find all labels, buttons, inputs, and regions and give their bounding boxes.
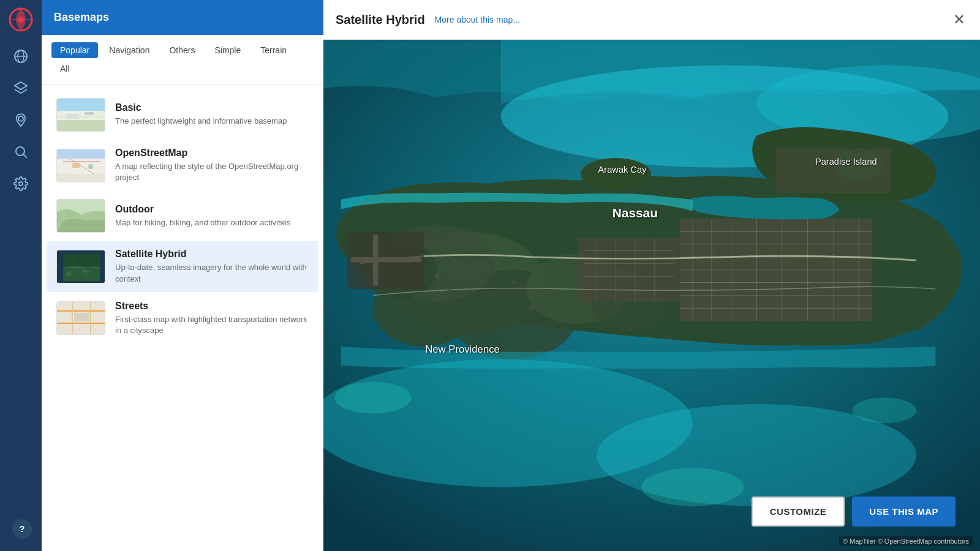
basemap-desc-osm: A map reflecting the style of the OpenSt… xyxy=(115,161,309,183)
preview-header: Satellite Hybrid More about this map... … xyxy=(323,0,980,40)
svg-point-85 xyxy=(853,398,916,424)
sidebar: ? xyxy=(0,0,42,551)
basemap-info-osm: OpenStreetMap A map reflecting the style… xyxy=(115,148,309,183)
svg-rect-74 xyxy=(373,234,378,286)
svg-text:Arawak Cay: Arawak Cay xyxy=(598,165,647,174)
svg-rect-37 xyxy=(74,313,89,321)
svg-point-88 xyxy=(447,287,452,291)
basemap-name-basic: Basic xyxy=(115,102,309,113)
svg-rect-18 xyxy=(57,174,105,182)
basemaps-tab-bar: Popular Navigation Others Simple Terrain… xyxy=(42,35,323,84)
svg-point-22 xyxy=(88,164,93,169)
tab-popular[interactable]: Popular xyxy=(51,42,98,58)
basemap-info-outdoor: Outdoor Map for hiking, biking, and othe… xyxy=(115,204,309,228)
app-logo[interactable] xyxy=(7,6,34,33)
map-attribution: © MapTiler © OpenStreetMap contributors xyxy=(839,536,973,546)
basemaps-list: Basic The perfect lightweight and inform… xyxy=(42,84,323,551)
basemap-thumb-osm xyxy=(56,149,105,182)
svg-point-7 xyxy=(16,147,24,156)
basemap-name-satellite: Satellite Hybrid xyxy=(115,249,309,260)
preview-title-area: Satellite Hybrid More about this map... xyxy=(336,13,520,27)
basemap-info-basic: Basic The perfect lightweight and inform… xyxy=(115,102,309,127)
customize-button[interactable]: CUSTOMIZE xyxy=(752,497,845,527)
sidebar-globe-icon[interactable] xyxy=(7,43,34,70)
basemaps-panel: Basemaps Popular Navigation Others Simpl… xyxy=(42,0,323,551)
map-preview: Nassau Arawak Cay Paradise Island New Pr… xyxy=(323,40,980,551)
preview-actions: CUSTOMIZE USE THIS MAP xyxy=(752,497,956,527)
svg-rect-14 xyxy=(66,114,78,119)
basemap-info-satellite: Satellite Hybrid Up-to-date, seamless im… xyxy=(115,249,309,284)
svg-rect-64 xyxy=(578,238,680,302)
basemap-item-basic[interactable]: Basic The perfect lightweight and inform… xyxy=(47,91,318,139)
svg-rect-73 xyxy=(350,257,421,262)
basemap-thumb-basic xyxy=(56,98,105,132)
basemap-info-streets: Streets First-class map with highlighted… xyxy=(115,301,309,336)
basemap-item-satellite[interactable]: Satellite Hybrid Up-to-date, seamless im… xyxy=(47,241,318,291)
basemap-thumb-satellite xyxy=(56,250,105,283)
svg-text:Nassau: Nassau xyxy=(612,206,658,220)
use-map-button[interactable]: USE THIS MAP xyxy=(852,497,956,527)
basemap-name-outdoor: Outdoor xyxy=(115,204,309,215)
preview-panel: Satellite Hybrid More about this map... … xyxy=(323,0,980,551)
basemaps-title: Basemaps xyxy=(54,11,109,23)
svg-point-84 xyxy=(334,381,411,413)
basemap-item-outdoor[interactable]: Outdoor Map for hiking, biking, and othe… xyxy=(47,192,318,240)
basemap-name-streets: Streets xyxy=(115,301,309,312)
svg-rect-15 xyxy=(85,112,94,115)
svg-text:New Providence: New Providence xyxy=(425,343,500,355)
svg-rect-28 xyxy=(66,272,71,276)
sidebar-pin-icon[interactable] xyxy=(7,107,34,133)
svg-point-86 xyxy=(641,468,744,506)
svg-point-9 xyxy=(19,182,23,186)
sidebar-layers-icon[interactable] xyxy=(7,75,34,102)
preview-title: Satellite Hybrid xyxy=(336,13,425,27)
basemap-name-osm: OpenStreetMap xyxy=(115,148,309,159)
sidebar-search-icon[interactable] xyxy=(7,138,34,165)
tab-others[interactable]: Others xyxy=(160,42,203,58)
basemap-item-osm[interactable]: OpenStreetMap A map reflecting the style… xyxy=(47,140,318,190)
svg-point-6 xyxy=(18,116,23,121)
svg-rect-12 xyxy=(57,120,105,132)
svg-marker-5 xyxy=(15,82,27,89)
preview-more-link[interactable]: More about this map... xyxy=(435,15,520,24)
basemap-thumb-outdoor xyxy=(56,199,105,233)
basemap-item-streets[interactable]: Streets First-class map with highlighted… xyxy=(47,293,318,343)
basemap-desc-streets: First-class map with highlighted transpo… xyxy=(115,314,309,336)
svg-rect-21 xyxy=(72,163,80,168)
svg-line-8 xyxy=(24,155,28,159)
satellite-map-svg: Nassau Arawak Cay Paradise Island New Pr… xyxy=(323,40,980,551)
sidebar-settings-icon[interactable] xyxy=(7,170,34,197)
basemap-desc-basic: The perfect lightweight and informative … xyxy=(115,116,309,127)
tab-navigation[interactable]: Navigation xyxy=(100,42,158,58)
svg-point-87 xyxy=(435,274,439,278)
tab-terrain[interactable]: Terrain xyxy=(252,42,295,58)
help-button[interactable]: ? xyxy=(12,519,32,539)
close-button[interactable]: ✕ xyxy=(951,10,968,29)
basemap-desc-outdoor: Map for hiking, biking, and other outdoo… xyxy=(115,217,309,228)
svg-point-90 xyxy=(511,280,515,284)
tab-all[interactable]: All xyxy=(51,61,78,77)
basemap-thumb-streets xyxy=(56,301,105,335)
basemap-desc-satellite: Up-to-date, seamless imagery for the who… xyxy=(115,262,309,284)
svg-text:Paradise Island: Paradise Island xyxy=(815,157,877,167)
svg-point-89 xyxy=(485,267,491,273)
tab-simple[interactable]: Simple xyxy=(206,42,249,58)
basemaps-panel-header: Basemaps xyxy=(42,0,323,35)
svg-point-91 xyxy=(530,305,535,310)
